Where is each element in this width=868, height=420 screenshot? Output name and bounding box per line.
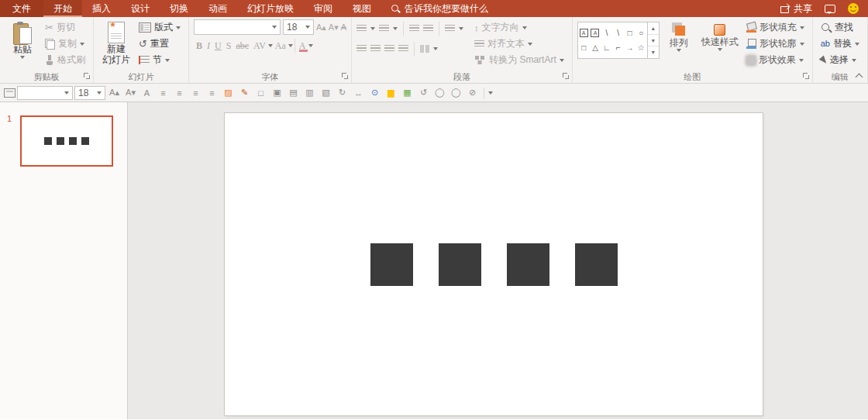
columns-icon[interactable] xyxy=(420,45,429,53)
share-button[interactable]: 共享 xyxy=(780,2,812,15)
reset-button[interactable]: ↺ 重置 xyxy=(136,36,184,52)
undo-icon[interactable]: ↺ xyxy=(416,85,431,100)
bold-button[interactable]: B xyxy=(194,38,205,53)
align-left-icon[interactable]: ≡ xyxy=(156,85,170,100)
shrink-font-icon[interactable]: A▾ xyxy=(329,23,339,32)
section-button[interactable]: 节 xyxy=(136,52,184,68)
align-left-icon[interactable] xyxy=(356,45,367,53)
slide-thumbnail-panel[interactable]: 1 xyxy=(0,102,128,419)
character-spacing-button[interactable]: AV xyxy=(251,38,268,53)
textbox-horizontal-icon[interactable]: A xyxy=(580,29,588,37)
tab-home[interactable]: 开始 xyxy=(43,0,82,17)
clear-formatting-icon[interactable]: A xyxy=(341,23,346,32)
editing-canvas[interactable] xyxy=(128,102,868,419)
textbox-vertical-icon[interactable]: A xyxy=(591,29,599,37)
no-fill-icon[interactable]: ⊘ xyxy=(465,85,480,100)
text-shadow-button[interactable]: S xyxy=(224,38,234,53)
shape-icon[interactable]: □ xyxy=(253,85,268,100)
select-button[interactable]: 选择 xyxy=(818,52,863,68)
justify-icon[interactable] xyxy=(398,45,408,53)
shape-square-3[interactable] xyxy=(507,243,549,286)
gallery-up-icon[interactable]: ▴ xyxy=(648,22,659,34)
clipboard-dialog-launcher[interactable] xyxy=(84,73,91,80)
shape-rect2-icon[interactable]: □ xyxy=(581,43,586,52)
align-center-icon[interactable] xyxy=(370,45,381,53)
shape-square-1[interactable] xyxy=(370,243,413,286)
tellme-search[interactable]: 告诉我你想要做什么 xyxy=(391,0,488,17)
numbering-icon[interactable] xyxy=(379,25,389,33)
underline-button[interactable]: U xyxy=(212,38,224,53)
justify-icon[interactable]: ≡ xyxy=(205,85,219,100)
bullets-icon[interactable] xyxy=(356,25,367,33)
circle-icon[interactable]: ◯ xyxy=(449,85,463,100)
font-shrink-icon[interactable]: A▾ xyxy=(123,85,138,100)
quick-font-combo[interactable] xyxy=(17,86,73,100)
tab-review[interactable]: 审阅 xyxy=(304,0,343,17)
fill-color-icon[interactable]: ⊙ xyxy=(367,85,382,100)
rotate-icon[interactable]: ↻ xyxy=(335,85,350,100)
shape-triangle-icon[interactable]: △ xyxy=(592,43,598,52)
shape-star-icon[interactable]: ☆ xyxy=(638,43,645,52)
decrease-indent-icon[interactable] xyxy=(409,25,419,33)
strikethrough-button[interactable]: abc xyxy=(233,38,251,53)
layout-button[interactable]: 版式 xyxy=(136,19,184,36)
tab-file[interactable]: 文件 xyxy=(0,0,43,17)
gallery-down-icon[interactable]: ▾ xyxy=(648,34,659,46)
send-backward-icon[interactable]: ▧ xyxy=(319,85,333,100)
format-painter-button[interactable]: 格式刷 xyxy=(42,52,88,68)
grow-font-icon[interactable]: A▴ xyxy=(316,23,326,32)
shape-square-2[interactable] xyxy=(439,243,481,286)
shape-line2-icon[interactable]: \ xyxy=(617,29,619,37)
text-direction-button[interactable]: ↕ 文字方向 xyxy=(471,19,567,36)
tab-slideshow[interactable]: 幻灯片放映 xyxy=(237,0,304,17)
font-color-button[interactable]: A xyxy=(297,38,308,53)
increase-indent-icon[interactable] xyxy=(423,25,433,33)
tab-animations[interactable]: 动画 xyxy=(198,0,237,17)
font-dialog-launcher[interactable] xyxy=(342,73,349,80)
cut-button[interactable]: ✂ 剪切 xyxy=(42,19,88,36)
shape-oval-icon[interactable]: ○ xyxy=(639,29,643,37)
change-case-button[interactable]: Aa xyxy=(273,38,288,53)
font-grow-icon[interactable]: A▴ xyxy=(107,85,122,100)
bring-forward-icon[interactable]: ▤ xyxy=(286,85,301,100)
shape-rectangle-icon[interactable]: □ xyxy=(627,29,632,37)
smartart-quick-icon[interactable]: ▦ xyxy=(400,85,415,100)
paragraph-dialog-launcher[interactable] xyxy=(563,73,570,80)
comments-icon[interactable] xyxy=(825,5,835,13)
tab-design[interactable]: 设计 xyxy=(121,0,160,17)
align-right-icon[interactable]: ≡ xyxy=(188,85,203,100)
new-slide-button[interactable]: 新建 幻灯片 xyxy=(98,19,134,67)
align-center-icon[interactable]: ≡ xyxy=(172,85,187,100)
arrange-button[interactable]: 排列 xyxy=(661,19,697,53)
pen-icon[interactable]: ✎ xyxy=(237,85,252,100)
mini-slide-icon[interactable] xyxy=(4,88,16,98)
drawing-dialog-launcher[interactable] xyxy=(803,73,810,80)
font-style-icon[interactable]: A xyxy=(140,85,154,100)
highlight-icon[interactable]: ▆ xyxy=(384,85,398,100)
tab-transitions[interactable]: 切换 xyxy=(160,0,198,17)
replace-button[interactable]: ab 替换 xyxy=(818,36,863,52)
find-button[interactable]: 查找 xyxy=(818,19,863,36)
align-right-icon[interactable] xyxy=(384,45,394,53)
tab-view[interactable]: 视图 xyxy=(343,0,381,17)
shape-effects-button[interactable]: 形状效果 xyxy=(743,52,808,68)
quick-styles-button[interactable]: 快速样式 xyxy=(698,19,742,53)
convert-smartart-button[interactable]: 转换为 SmartArt xyxy=(471,52,567,68)
align-text-button[interactable]: 对齐文本 xyxy=(471,36,567,52)
gallery-more-icon[interactable]: ▾ xyxy=(648,46,659,58)
font-size-combo[interactable]: 18 xyxy=(283,19,314,35)
slide-1[interactable] xyxy=(225,113,763,415)
italic-button[interactable]: I xyxy=(205,38,212,53)
shape-square-4[interactable] xyxy=(575,243,618,286)
tab-insert[interactable]: 插入 xyxy=(82,0,121,17)
slide-thumbnail-1[interactable] xyxy=(20,115,113,167)
line-spacing-icon[interactable] xyxy=(445,25,455,33)
shapes-gallery[interactable]: A A \ \ □ ○ □ △ ∟ ⌐ → ☆ ▴ ▾ ▾ xyxy=(577,22,660,59)
shape-bracket-icon[interactable]: ⌐ xyxy=(616,43,621,52)
quickbar-more-icon[interactable] xyxy=(488,91,493,95)
shape-style-icon[interactable]: ▨ xyxy=(221,85,236,100)
paste-button[interactable]: 粘贴 xyxy=(5,19,40,60)
shape-line-icon[interactable]: \ xyxy=(605,29,608,37)
quick-size-combo[interactable]: 18 xyxy=(74,86,105,100)
flip-icon[interactable]: ↔ xyxy=(351,85,366,100)
